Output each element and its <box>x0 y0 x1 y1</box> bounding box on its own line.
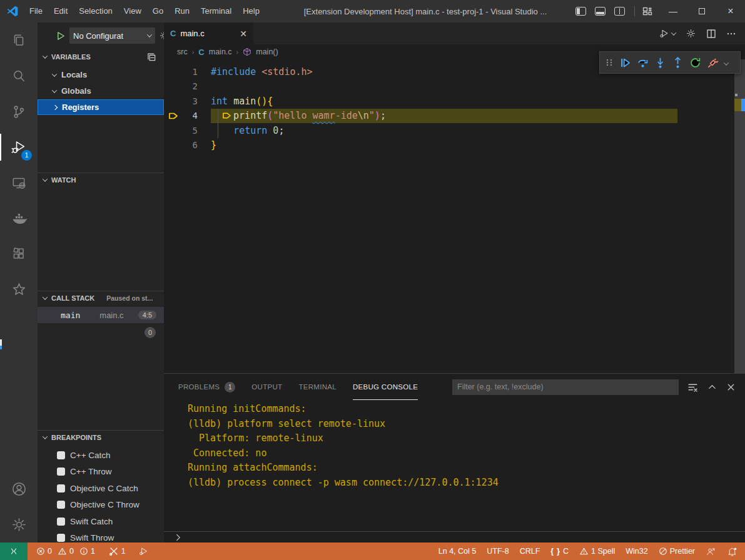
code-line-6[interactable]: 6 } <box>164 138 734 153</box>
close-tab-icon[interactable]: ✕ <box>240 29 247 39</box>
checkbox[interactable] <box>57 468 65 476</box>
account-button[interactable] <box>0 471 38 507</box>
checkbox[interactable] <box>57 518 65 526</box>
notifications-bell-icon[interactable] <box>727 546 737 557</box>
variables-registers-row[interactable]: Registers <box>38 99 164 115</box>
code-line-3[interactable]: 3 int main(){ <box>164 94 734 109</box>
platform-status[interactable]: Win32 <box>626 547 647 556</box>
debug-config-dropdown[interactable]: No Configurat <box>69 28 155 44</box>
checkbox[interactable] <box>57 484 65 492</box>
breakpoint-row[interactable]: C++ Throw <box>38 464 164 480</box>
sidebar-item-favorites[interactable] <box>0 272 38 308</box>
checkbox[interactable] <box>57 451 65 459</box>
minimize-button[interactable]: — <box>659 0 687 22</box>
menu-view[interactable]: View <box>118 0 147 22</box>
breakpoint-row[interactable]: Swift Catch <box>38 513 164 529</box>
toggle-secondary-sidebar-icon[interactable] <box>614 7 625 16</box>
variables-globals-row[interactable]: Globals <box>38 83 164 99</box>
problems-status[interactable]: 0 0 1 <box>36 547 95 556</box>
overview-ruler-current-line-mark <box>734 99 741 111</box>
breadcrumb-symbol[interactable]: main() <box>256 48 278 56</box>
sidebar-item-explorer[interactable] <box>0 22 38 58</box>
breadcrumb-file[interactable]: main.c <box>209 48 232 56</box>
launch-settings-gear-icon[interactable] <box>159 31 164 41</box>
sidebar-item-extensions[interactable] <box>0 236 38 272</box>
breadcrumb-src[interactable]: src <box>177 48 188 56</box>
close-panel-icon[interactable] <box>726 382 736 392</box>
code-line-5[interactable]: 5 return 0; <box>164 123 734 138</box>
breakpoint-row[interactable]: C++ Catch <box>38 447 164 463</box>
menu-file[interactable]: File <box>24 0 48 22</box>
current-instruction-pointer-icon[interactable] <box>164 111 183 121</box>
settings-gear-icon[interactable] <box>686 28 696 39</box>
disconnect-button[interactable] <box>707 57 719 69</box>
debug-console-input[interactable] <box>164 531 745 543</box>
close-button[interactable]: × <box>716 0 745 22</box>
maximize-panel-icon[interactable] <box>707 382 717 392</box>
split-editor-icon[interactable] <box>706 29 716 39</box>
formatter-status[interactable]: Prettier <box>659 547 695 556</box>
window-title: [Extension Development Host] main.c - te… <box>263 7 588 16</box>
start-debug-icon[interactable] <box>56 31 66 41</box>
restart-button[interactable] <box>689 57 701 69</box>
toggle-sidebar-icon[interactable] <box>575 7 586 16</box>
menu-selection[interactable]: Selection <box>73 0 118 22</box>
settings-button[interactable] <box>0 507 38 542</box>
language-mode[interactable]: { } C <box>550 547 569 556</box>
run-or-debug-button[interactable] <box>659 28 676 39</box>
breakpoint-row[interactable]: Swift Throw <box>38 530 164 543</box>
stack-frame-row[interactable]: main main.c 4:5 <box>38 307 164 323</box>
remote-indicator[interactable] <box>0 542 28 560</box>
step-over-button[interactable] <box>637 57 649 69</box>
step-into-button[interactable] <box>654 57 666 69</box>
clear-console-icon[interactable] <box>687 382 698 392</box>
tab-debug-console[interactable]: DEBUG CONSOLE <box>353 374 418 400</box>
console-filter-input[interactable] <box>452 379 679 395</box>
menu-terminal[interactable]: Terminal <box>195 0 237 22</box>
sidebar-item-docker[interactable] <box>0 201 38 236</box>
tab-problems[interactable]: PROBLEMS 1 <box>178 374 235 400</box>
debug-status-icon[interactable] <box>138 546 149 557</box>
menu-help[interactable]: Help <box>237 0 265 22</box>
breakpoint-row[interactable]: Objective C Throw <box>38 497 164 513</box>
menu-run[interactable]: Run <box>169 0 195 22</box>
call-stack-section-header[interactable]: CALL STACK Paused on st... <box>38 291 164 304</box>
sidebar-item-remote-explorer[interactable] <box>0 165 38 201</box>
step-out-button[interactable] <box>672 57 684 69</box>
spell-checker-status[interactable]: 1 Spell <box>579 547 615 556</box>
sidebar-item-search[interactable] <box>0 58 38 94</box>
watch-section-header[interactable]: WATCH <box>38 172 164 186</box>
code-line-4-current[interactable]: 4 printf("hello wamr-ide\n"); <box>164 109 734 124</box>
titlebar-separator <box>634 6 635 16</box>
tab-output[interactable]: OUTPUT <box>251 374 282 400</box>
sidebar-item-run-and-debug[interactable]: 1 <box>0 129 38 165</box>
eol-indicator[interactable]: CRLF <box>520 547 540 556</box>
menu-go[interactable]: Go <box>147 0 169 22</box>
variables-locals-row[interactable]: Locals <box>38 67 164 82</box>
code-line-2[interactable]: 2 <box>164 79 734 94</box>
toolchain-status[interactable]: 1 <box>109 546 126 556</box>
editor-scrollbar[interactable] <box>734 59 745 373</box>
toggle-panel-icon[interactable] <box>595 7 606 16</box>
more-debug-actions-icon[interactable] <box>724 57 728 68</box>
encoding-indicator[interactable]: UTF-8 <box>487 547 509 556</box>
collapse-all-icon[interactable] <box>147 52 156 62</box>
variables-section-header[interactable]: VARIABLES <box>38 50 164 64</box>
tab-main-c[interactable]: C main.c ✕ <box>164 22 253 44</box>
drag-grip-icon[interactable] <box>605 58 614 68</box>
checkbox[interactable] <box>57 501 65 509</box>
cursor-position[interactable]: Ln 4, Col 5 <box>438 547 476 556</box>
tab-terminal[interactable]: TERMINAL <box>298 374 337 400</box>
maximize-button[interactable] <box>687 0 716 22</box>
checkbox[interactable] <box>57 534 65 542</box>
thread-row[interactable]: 0 <box>38 325 164 340</box>
continue-button[interactable] <box>619 57 631 69</box>
breakpoints-section-header[interactable]: BREAKPOINTS <box>38 430 164 444</box>
customize-layout-icon[interactable] <box>642 6 652 16</box>
sidebar-item-source-control[interactable] <box>0 94 38 129</box>
menu-edit[interactable]: Edit <box>48 0 73 22</box>
breakpoint-row[interactable]: Objective C Catch <box>38 480 164 496</box>
more-actions-icon[interactable] <box>726 29 736 39</box>
feedback-icon[interactable] <box>706 546 716 557</box>
code-editor[interactable]: 1 #include <stdio.h> 2 3 int main(){ <box>164 59 745 373</box>
